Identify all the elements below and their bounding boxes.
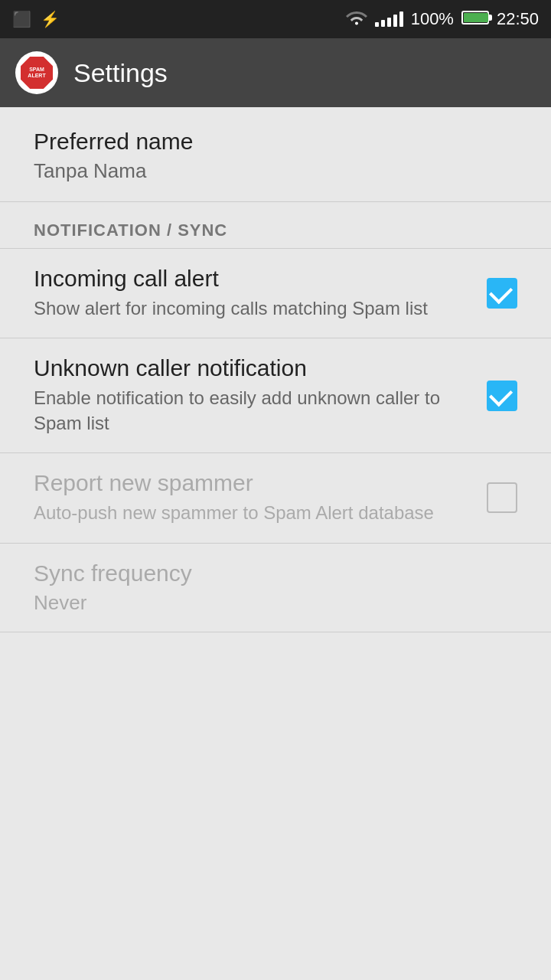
app-icon: SPAMALERT [15, 51, 58, 94]
status-bar: ⬛ ⚡ 100% [0, 0, 551, 38]
status-time: 22:50 [497, 9, 539, 29]
battery-percent: 100% [411, 9, 454, 29]
usb-icon: ⚡ [41, 10, 60, 28]
unknown-caller-title: Unknown caller notification [34, 355, 471, 381]
report-spammer-desc: Auto-push new spammer to Spam Alert data… [34, 501, 471, 525]
preferred-name-value: Tanpa Nama [34, 159, 517, 183]
notification-section-label: NOTIFICATION / SYNC [34, 220, 227, 240]
preferred-name-label: Preferred name [34, 129, 517, 155]
incoming-call-alert-desc: Show alert for incoming calls matching S… [34, 296, 471, 321]
incoming-call-alert-row[interactable]: Incoming call alert Show alert for incom… [0, 249, 551, 338]
report-spammer-title: Report new spammer [34, 470, 471, 496]
app-bar-title: Settings [73, 58, 168, 88]
sync-frequency-value: Never [34, 591, 517, 615]
wifi-icon [346, 8, 367, 30]
stop-sign-icon: SPAMALERT [21, 57, 53, 89]
unknown-caller-text: Unknown caller notification Enable notif… [34, 355, 487, 436]
unknown-caller-checkbox[interactable] [487, 381, 517, 411]
notification-section-header: NOTIFICATION / SYNC [0, 202, 551, 249]
screen-icon: ⬛ [12, 10, 31, 28]
battery-icon [461, 9, 489, 29]
status-left: ⬛ ⚡ [12, 10, 60, 28]
status-right: 100% 22:50 [346, 8, 539, 30]
sync-frequency-title: Sync frequency [34, 560, 517, 586]
app-bar: SPAMALERT Settings [0, 38, 551, 107]
report-spammer-checkbox [487, 482, 517, 513]
report-spammer-row: Report new spammer Auto-push new spammer… [0, 453, 551, 543]
unknown-caller-row[interactable]: Unknown caller notification Enable notif… [0, 338, 551, 453]
incoming-call-alert-checkbox[interactable] [487, 278, 517, 309]
incoming-call-alert-title: Incoming call alert [34, 266, 471, 292]
signal-icon [375, 11, 403, 27]
settings-content: Preferred name Tanpa Nama NOTIFICATION /… [0, 107, 551, 632]
sync-frequency-row: Sync frequency Never [0, 544, 551, 632]
report-spammer-text: Report new spammer Auto-push new spammer… [34, 470, 487, 525]
unknown-caller-desc: Enable notification to easily add unknow… [34, 386, 471, 436]
incoming-call-alert-text: Incoming call alert Show alert for incom… [34, 266, 487, 321]
preferred-name-row[interactable]: Preferred name Tanpa Nama [0, 107, 551, 202]
